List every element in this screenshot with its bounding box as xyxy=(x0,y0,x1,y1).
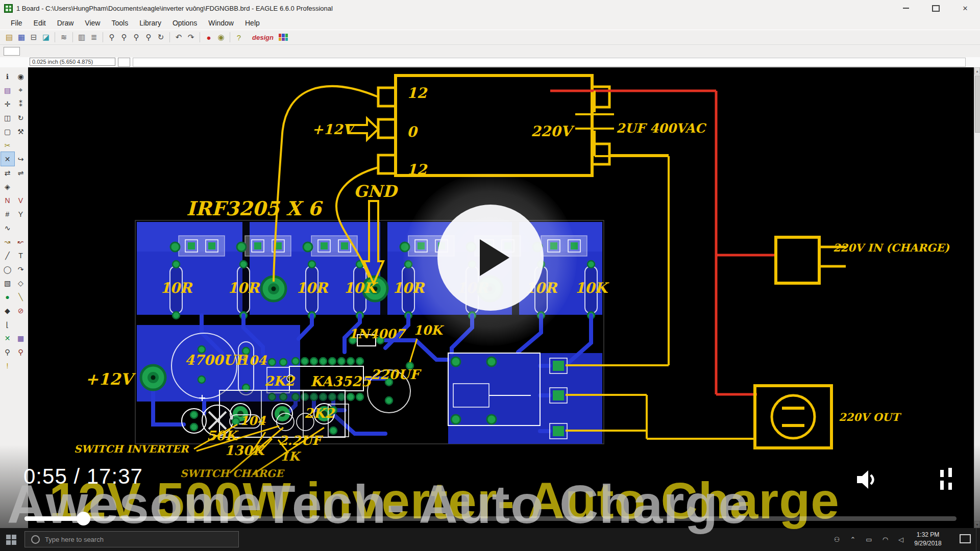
tool-optimize[interactable]: ∿ xyxy=(1,221,14,235)
label-104-bottom: 104 xyxy=(240,413,266,428)
maximize-button[interactable] xyxy=(921,0,950,16)
tool-pinswap[interactable]: ⇄ xyxy=(1,166,14,180)
tool-delete[interactable]: ✕ xyxy=(1,152,14,166)
label-104-top: 104 xyxy=(240,353,267,368)
tool-route[interactable]: ↝ xyxy=(1,235,14,248)
people-icon[interactable]: ⚇ xyxy=(834,536,840,543)
tool-value[interactable]: V xyxy=(14,193,28,207)
tool-arc[interactable]: ↷ xyxy=(14,262,28,276)
tool-corner[interactable]: ⌊ xyxy=(1,317,14,331)
tool-copy[interactable]: ⁑ xyxy=(14,97,28,111)
menu-library[interactable]: Library xyxy=(134,16,167,30)
print-icon[interactable]: ⊟ xyxy=(28,32,40,43)
action-center-icon[interactable] xyxy=(960,534,971,543)
tool-via[interactable]: ● xyxy=(1,290,14,304)
menu-window[interactable]: Window xyxy=(203,16,239,30)
undo-icon[interactable]: ↶ xyxy=(173,32,185,43)
tool-wire[interactable]: ╱ xyxy=(1,248,14,262)
stop-icon[interactable]: ● xyxy=(203,32,215,43)
tool-ripup[interactable]: ↜ xyxy=(14,235,28,248)
label-2k2-left: 2K2 xyxy=(264,373,296,389)
play-button[interactable] xyxy=(437,205,544,311)
design-link-logo: design xyxy=(252,34,274,41)
tool-gateswap[interactable]: ⇌ xyxy=(14,166,28,180)
tool-text[interactable]: T xyxy=(14,248,28,262)
tool-move[interactable]: ✛ xyxy=(1,97,14,111)
help-icon[interactable]: ? xyxy=(233,32,245,43)
tool-cut[interactable]: ✂ xyxy=(1,138,14,152)
tool-show[interactable]: ◉ xyxy=(14,69,28,83)
label-resistor-8: 10K xyxy=(575,280,609,296)
tool-lock[interactable]: ◈ xyxy=(1,180,14,193)
tool-dimension[interactable]: ⊘ xyxy=(14,304,28,317)
zoom-out-icon[interactable]: ⚲ xyxy=(130,32,142,43)
tool-add[interactable]: ↪ xyxy=(14,152,28,166)
close-button[interactable]: ✕ xyxy=(950,0,980,16)
zoom-fit-icon[interactable]: ⚲ xyxy=(106,32,118,43)
layer-selector-box[interactable] xyxy=(4,47,20,56)
progress-bar[interactable] xyxy=(24,516,957,521)
zoom-redraw-icon[interactable]: ↻ xyxy=(155,32,167,43)
menu-edit[interactable]: Edit xyxy=(28,16,52,30)
tool-mark[interactable]: ⌖ xyxy=(14,83,28,97)
tool-smash[interactable]: # xyxy=(1,207,14,221)
volume-icon[interactable]: ◁ xyxy=(898,536,903,543)
label-resistor-1: 10R xyxy=(160,280,193,296)
layer-settings-icon[interactable]: ≣ xyxy=(88,32,100,43)
zoom-select-icon[interactable]: ⚲ xyxy=(142,32,155,43)
eagle-app-icon xyxy=(4,4,13,13)
menu-help[interactable]: Help xyxy=(239,16,265,30)
save-icon[interactable]: ▦ xyxy=(15,32,28,43)
label-plus12v-top: +12V xyxy=(312,121,356,137)
menu-draw[interactable]: Draw xyxy=(52,16,80,30)
tool-errors[interactable]: ⚲ xyxy=(14,345,28,359)
show-desktop-button[interactable] xyxy=(976,528,980,551)
tool-circle[interactable]: ◯ xyxy=(1,262,14,276)
tool-rotate[interactable]: ↻ xyxy=(14,111,28,124)
start-button[interactable] xyxy=(6,535,16,545)
minimize-button[interactable] xyxy=(891,0,921,16)
taskbar-clock[interactable]: 1:32 PM 9/29/2018 xyxy=(908,531,948,548)
zoom-in-icon[interactable]: ⚲ xyxy=(118,32,130,43)
redo-icon[interactable]: ↷ xyxy=(185,32,197,43)
battery-icon[interactable]: ▭ xyxy=(866,536,872,543)
menu-options[interactable]: Options xyxy=(167,16,203,30)
chevron-up-icon[interactable]: ⌃ xyxy=(850,536,855,543)
tool-drc[interactable]: ⚲ xyxy=(1,345,14,359)
tool-warning[interactable]: ! xyxy=(1,359,14,372)
tool-split[interactable]: Y xyxy=(14,207,28,221)
tool-display[interactable]: ▤ xyxy=(1,83,14,97)
progress-knob[interactable] xyxy=(77,512,90,525)
scroll-up-arrow[interactable]: ▲ xyxy=(974,67,980,74)
exit-fullscreen-button[interactable] xyxy=(935,467,959,493)
progress-played xyxy=(24,516,83,521)
tool-name[interactable]: N xyxy=(1,193,14,207)
network-icon[interactable]: ◠ xyxy=(883,536,888,543)
tool-signal[interactable]: ╲ xyxy=(14,290,28,304)
tool-empty xyxy=(14,359,28,372)
open-icon[interactable]: ▤ xyxy=(3,32,15,43)
script-icon[interactable]: ≋ xyxy=(58,32,70,43)
tool-ratsnest[interactable]: ✕ xyxy=(1,331,14,345)
cam-processor-icon[interactable]: ◪ xyxy=(40,32,52,43)
tool-empty xyxy=(14,317,28,331)
tool-rect[interactable]: ▧ xyxy=(1,276,14,290)
scrollbar-thumb[interactable] xyxy=(975,76,980,133)
tool-polygon[interactable]: ◇ xyxy=(14,276,28,290)
menu-view[interactable]: View xyxy=(79,16,106,30)
tool-mirror[interactable]: ◫ xyxy=(1,111,14,124)
tool-auto[interactable]: ▦ xyxy=(14,331,28,345)
tool-change[interactable]: ⚒ xyxy=(14,124,28,138)
minimize-icon xyxy=(903,8,909,9)
menu-file[interactable]: File xyxy=(5,16,28,30)
label-resistor-3: 10R xyxy=(296,280,329,296)
tool-info[interactable]: ℹ xyxy=(1,69,14,83)
command-line-input[interactable] xyxy=(133,58,966,67)
menu-tools[interactable]: Tools xyxy=(106,16,134,30)
volume-button[interactable] xyxy=(853,467,878,494)
coordinate-mode-box[interactable] xyxy=(118,58,130,67)
tool-hole[interactable]: ◆ xyxy=(1,304,14,317)
grid-icon[interactable]: ▥ xyxy=(76,32,88,43)
tool-group[interactable]: ▢ xyxy=(1,124,14,138)
traffic-light-icon[interactable]: ◉ xyxy=(215,32,227,43)
